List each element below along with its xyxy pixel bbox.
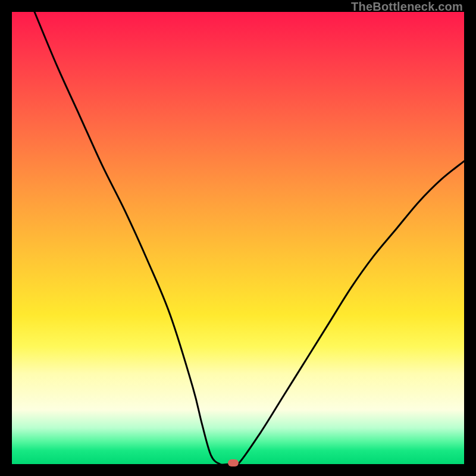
min-marker [228,459,239,466]
bottleneck-curve [12,12,464,464]
chart-frame: TheBottleneck.com [0,0,476,476]
plot-area [12,12,464,464]
